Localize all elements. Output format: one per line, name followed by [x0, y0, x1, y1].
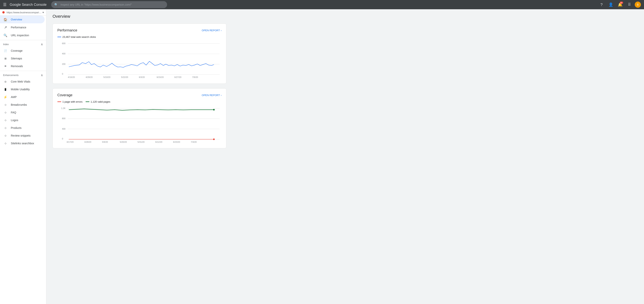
- x-label-5: 6/12/20: [155, 141, 162, 143]
- user-avatar[interactable]: B: [635, 1, 641, 8]
- sidebar-item-label: Sitemaps: [11, 57, 22, 60]
- sidebar-item-mobile-usability[interactable]: 📱 Mobile Usability: [0, 85, 44, 93]
- sidebar-item-label: Logos: [11, 119, 18, 122]
- logos-icon: ◇: [3, 119, 8, 122]
- sidebar-item-coverage[interactable]: 📄 Coverage: [0, 47, 44, 55]
- y-label-400: 400: [62, 52, 66, 55]
- x-label-5: 6/15/20: [157, 76, 164, 78]
- performance-card: Performance OPEN REPORT › 23,467 total w…: [52, 23, 226, 84]
- sidebar-item-breadcrumbs[interactable]: ◇ Breadcrumbs: [0, 101, 44, 109]
- review-snippets-icon: ◇: [3, 134, 8, 137]
- sidebar-item-label: Overview: [11, 18, 22, 21]
- coverage-legend: 1 page with errors 1,120 valid pages: [57, 100, 222, 103]
- page-title: Overview: [52, 14, 638, 19]
- x-label-0: 4/16/20: [68, 76, 75, 78]
- performance-legend: 23,467 total web search clicks: [57, 35, 222, 38]
- y-label-400: 400: [62, 128, 66, 130]
- sitelinks-searchbox-icon: ◇: [3, 142, 8, 145]
- site-selector[interactable]: https://www.businesscomparison.com/ ▾: [0, 9, 46, 16]
- blue-line-indicator: [57, 37, 61, 37]
- layout: https://www.businesscomparison.com/ ▾ 🏠 …: [0, 9, 644, 304]
- mobile-icon: 📱: [3, 88, 8, 91]
- chevron-right-icon: ›: [221, 94, 222, 97]
- accounts-button[interactable]: 👤: [607, 1, 615, 8]
- coverage-chart: 1.2K 800 400 0: [57, 106, 222, 144]
- y-label-0: 0: [62, 73, 63, 75]
- help-icon: ?: [600, 2, 602, 7]
- sidebar-item-label: Products: [11, 126, 22, 130]
- x-label-3: 5/20/20: [120, 141, 127, 143]
- sidebar-item-products[interactable]: ◇ Products: [0, 124, 44, 132]
- chevron-right-icon: ›: [221, 29, 222, 32]
- removals-icon: 👁: [3, 65, 8, 68]
- apps-button[interactable]: ⠿: [626, 1, 633, 8]
- sidebar-item-label: Sitelinks searchbox: [11, 142, 34, 145]
- notification-badge: 21: [620, 1, 623, 4]
- coverage-card-header: Coverage OPEN REPORT ›: [57, 93, 222, 97]
- sidebar-item-label: Core Web Vitals: [11, 80, 30, 83]
- sitemaps-icon: ⊞: [3, 57, 8, 60]
- sidebar-item-label: Removals: [11, 65, 23, 68]
- x-label-7: 7/9/20: [192, 76, 198, 78]
- coverage-legend-valid: 1,120 valid pages: [86, 100, 110, 103]
- search-icon: 🔍: [3, 33, 8, 37]
- trending-up-icon: ↗: [3, 25, 8, 29]
- sidebar-item-performance[interactable]: ↗ Performance: [0, 23, 44, 31]
- chevron-down-icon: ▾: [42, 11, 44, 14]
- performance-open-report-button[interactable]: OPEN REPORT ›: [202, 29, 222, 32]
- header-icons: ? 👤 🔔 21 ⠿ B: [598, 1, 641, 8]
- sidebar-item-label: URL inspection: [11, 34, 29, 37]
- x-label-6: 6/27/20: [174, 76, 182, 78]
- sidebar-item-label: FAQ: [11, 111, 16, 114]
- products-icon: ◇: [3, 127, 8, 129]
- index-section-header: Index ∧: [0, 41, 46, 47]
- search-bar: 🔍: [51, 1, 167, 8]
- sidebar-item-core-web-vitals[interactable]: ◎ Core Web Vitals: [0, 78, 44, 85]
- coverage-icon: 📄: [3, 49, 8, 52]
- core-web-vitals-icon: ◎: [3, 80, 8, 83]
- sidebar-item-sitelinks-searchbox[interactable]: ◇ Sitelinks searchbox: [0, 140, 44, 147]
- coverage-valid-line: [69, 109, 214, 110]
- sidebar-item-review-snippets[interactable]: ◇ Review snippets: [0, 132, 44, 140]
- coverage-open-report-button[interactable]: OPEN REPORT ›: [202, 94, 222, 97]
- coverage-chart-svg: 1.2K 800 400 0: [57, 106, 222, 144]
- collapse-enhancements-icon[interactable]: ∧: [41, 73, 43, 77]
- valid-line-end-dot: [213, 109, 215, 110]
- sidebar-item-faq[interactable]: ◇ FAQ: [0, 109, 44, 116]
- x-label-1: 4/28/20: [84, 141, 91, 143]
- y-label-0: 0: [62, 138, 63, 140]
- collapse-index-icon[interactable]: ∧: [41, 42, 43, 46]
- hamburger-icon[interactable]: ☰: [3, 2, 6, 7]
- x-label-6: 6/23/20: [173, 141, 180, 143]
- errors-line-end-dot: [213, 139, 215, 140]
- performance-chart-svg: 600 400 200 0 4/16/20 4/28/20 5/10/20 5/…: [57, 41, 222, 79]
- faq-icon: ◇: [3, 111, 8, 114]
- x-label-2: 5/10/20: [103, 76, 110, 78]
- coverage-card: Coverage OPEN REPORT › 1 page with error…: [52, 88, 226, 149]
- x-label-0: 4/17/20: [66, 141, 74, 143]
- enhancements-section-header: Enhancements ∧: [0, 72, 46, 78]
- sidebar-item-sitemaps[interactable]: ⊞ Sitemaps: [0, 55, 44, 62]
- performance-chart: 600 400 200 0 4/16/20 4/28/20 5/10/20 5/…: [57, 41, 222, 79]
- x-label-4: 6/3/20: [139, 76, 145, 78]
- amp-icon: ⚡: [3, 95, 8, 99]
- performance-legend-item: 23,467 total web search clicks: [57, 35, 96, 38]
- help-button[interactable]: ?: [598, 1, 605, 8]
- sidebar-item-label: Mobile Usability: [11, 88, 30, 91]
- sidebar-item-amp[interactable]: ⚡ AMP: [0, 93, 44, 101]
- top-header: ☰ Google Search Console 🔍 ? 👤 🔔 21 ⠿ B: [0, 0, 644, 9]
- home-icon: 🏠: [3, 18, 8, 21]
- y-label-1.2k: 1.2K: [61, 107, 66, 109]
- sidebar-item-label: Review snippets: [11, 134, 30, 137]
- sidebar-item-removals[interactable]: 👁 Removals: [0, 62, 44, 70]
- coverage-legend-errors: 1 page with errors: [57, 100, 82, 103]
- url-inspection-input[interactable]: [60, 3, 164, 6]
- performance-card-header: Performance OPEN REPORT ›: [57, 28, 222, 32]
- y-label-600: 600: [62, 42, 66, 45]
- notifications-button[interactable]: 🔔 21: [616, 1, 624, 8]
- sidebar-item-url-inspection[interactable]: 🔍 URL inspection: [0, 31, 44, 39]
- sidebar-item-overview[interactable]: 🏠 Overview: [0, 16, 44, 23]
- x-label-7: 7/4/20: [191, 141, 197, 143]
- sidebar-item-logos[interactable]: ◇ Logos: [0, 116, 44, 124]
- coverage-card-title: Coverage: [57, 93, 72, 97]
